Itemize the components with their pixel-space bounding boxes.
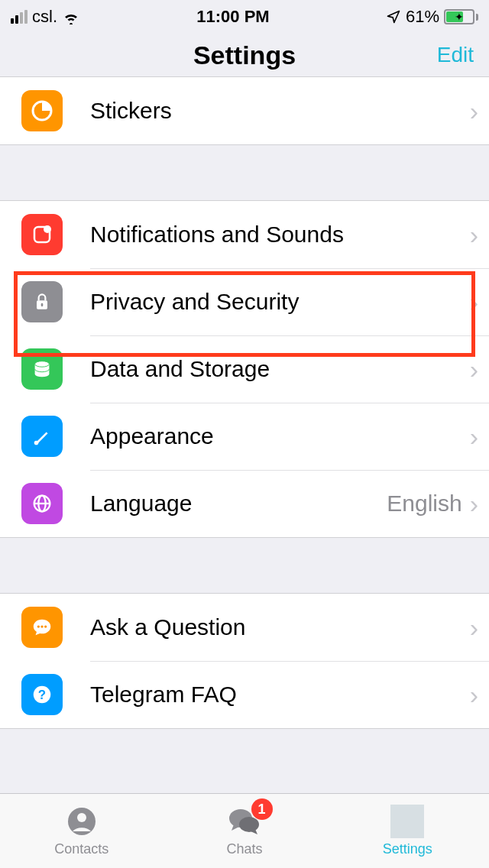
row-label: Privacy and Security bbox=[90, 289, 470, 315]
tab-settings[interactable]: Settings bbox=[326, 794, 489, 868]
storage-icon bbox=[21, 348, 63, 390]
location-icon bbox=[386, 9, 401, 24]
settings-group-1: Stickers › bbox=[0, 76, 489, 145]
settings-icon bbox=[389, 805, 426, 838]
svg-point-7 bbox=[34, 441, 39, 445]
carrier-label: csl. bbox=[32, 7, 57, 27]
row-label: Telegram FAQ bbox=[90, 682, 470, 708]
signal-icon bbox=[11, 10, 28, 24]
svg-point-12 bbox=[40, 625, 43, 627]
chevron-right-icon: › bbox=[470, 682, 478, 708]
row-value: English bbox=[387, 491, 461, 517]
chevron-right-icon: › bbox=[470, 614, 478, 640]
row-faq[interactable]: ? Telegram FAQ › bbox=[0, 661, 489, 728]
row-label: Ask a Question bbox=[90, 614, 470, 640]
settings-group-2: Notifications and Sounds › Privacy and S… bbox=[0, 200, 489, 538]
lock-icon bbox=[21, 281, 63, 322]
tab-bar: Contacts Chats 1 Settings bbox=[0, 793, 489, 868]
chevron-right-icon: › bbox=[470, 289, 478, 315]
svg-point-19 bbox=[239, 817, 259, 832]
contacts-icon bbox=[63, 805, 100, 838]
help-icon: ? bbox=[21, 674, 63, 715]
brush-icon bbox=[21, 416, 63, 457]
chat-icon bbox=[21, 607, 63, 648]
header: Settings Edit bbox=[0, 34, 489, 76]
row-privacy[interactable]: Privacy and Security › bbox=[0, 268, 489, 335]
row-label: Notifications and Sounds bbox=[90, 222, 470, 248]
tab-chats[interactable]: Chats 1 bbox=[163, 794, 325, 868]
chevron-right-icon: › bbox=[470, 222, 478, 248]
row-label: Stickers bbox=[90, 98, 470, 124]
status-time: 11:00 PM bbox=[196, 7, 269, 27]
row-language[interactable]: Language English › bbox=[0, 470, 489, 537]
row-notifications[interactable]: Notifications and Sounds › bbox=[0, 201, 489, 268]
chevron-right-icon: › bbox=[470, 98, 478, 124]
stickers-icon bbox=[21, 90, 63, 131]
svg-point-2 bbox=[44, 225, 51, 233]
svg-point-13 bbox=[44, 625, 47, 627]
chats-badge: 1 bbox=[251, 798, 273, 820]
chevron-right-icon: › bbox=[470, 356, 478, 382]
status-right: 61% ✦ bbox=[386, 7, 478, 27]
svg-rect-4 bbox=[41, 303, 44, 306]
chevron-right-icon: › bbox=[470, 423, 478, 449]
row-label: Language bbox=[90, 491, 387, 517]
notifications-icon bbox=[21, 214, 63, 255]
chevron-right-icon: › bbox=[470, 491, 478, 517]
page-title: Settings bbox=[193, 40, 296, 70]
row-ask-question[interactable]: Ask a Question › bbox=[0, 594, 489, 661]
row-appearance[interactable]: Appearance › bbox=[0, 403, 489, 470]
settings-group-3: Ask a Question › ? Telegram FAQ › bbox=[0, 593, 489, 729]
row-stickers[interactable]: Stickers › bbox=[0, 77, 489, 144]
row-data-storage[interactable]: Data and Storage › bbox=[0, 335, 489, 403]
row-label: Appearance bbox=[90, 423, 470, 449]
tab-label: Contacts bbox=[54, 841, 108, 857]
tab-label: Chats bbox=[226, 841, 262, 857]
wifi-icon bbox=[62, 9, 80, 24]
status-left: csl. bbox=[11, 7, 80, 27]
svg-text:?: ? bbox=[38, 688, 46, 702]
battery-percent: 61% bbox=[406, 7, 439, 27]
edit-button[interactable]: Edit bbox=[437, 43, 474, 67]
battery-icon: ✦ bbox=[444, 9, 478, 24]
tab-label: Settings bbox=[383, 841, 432, 857]
svg-point-17 bbox=[77, 813, 86, 822]
globe-icon bbox=[21, 483, 63, 524]
svg-point-11 bbox=[37, 625, 40, 627]
row-label: Data and Storage bbox=[90, 356, 470, 382]
status-bar: csl. 11:00 PM 61% ✦ bbox=[0, 0, 489, 34]
tab-contacts[interactable]: Contacts bbox=[0, 794, 163, 868]
